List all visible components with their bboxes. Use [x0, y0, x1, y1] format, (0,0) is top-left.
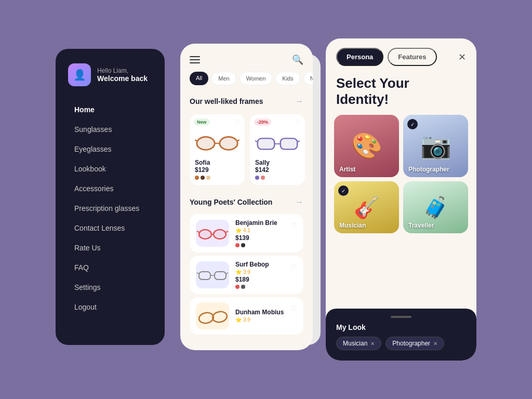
identity-card-traveller[interactable]: 🧳 Traveller	[403, 181, 468, 233]
collection-dunham-heart[interactable]: ♡	[290, 304, 297, 313]
filter-tab-ne[interactable]: Ne	[303, 72, 313, 85]
collection-surf-img	[196, 261, 229, 288]
nav-item-eyeglasses[interactable]: Eyeglasses	[68, 140, 152, 158]
collection-dunham-rating: ⭐3.9	[235, 317, 284, 323]
filter-tab-women[interactable]: Women	[240, 72, 273, 85]
collection-surf-colors	[235, 285, 284, 289]
identity-grid: 🎨 Artist ✓ 📷 Photographer ✓ 🎸 Musician 🧳…	[326, 115, 476, 233]
identity-musician-label: Musician	[339, 222, 366, 229]
svg-rect-13	[281, 138, 297, 149]
identity-card-photographer[interactable]: ✓ 📷 Photographer	[403, 115, 468, 177]
product-sally-heart[interactable]: ♡	[295, 118, 301, 126]
product-sally-colors	[255, 176, 300, 180]
svg-rect-22	[196, 261, 229, 288]
nav-item-sunglasses[interactable]: Sunglasses	[68, 121, 152, 138]
remove-photographer-tag[interactable]: ✕	[433, 341, 437, 347]
nav-item-home[interactable]: Home	[68, 101, 152, 118]
identity-card-artist[interactable]: 🎨 Artist	[334, 115, 399, 177]
svg-line-3	[195, 140, 197, 141]
collection-surf-heart[interactable]: ♡	[290, 263, 297, 271]
filter-tabs: All Men Women Kids Ne	[180, 72, 313, 92]
product-sofia-heart[interactable]: ♡	[235, 118, 241, 126]
search-icon[interactable]: 🔍	[292, 54, 303, 65]
well-liked-header: Our well-liked frames →	[180, 92, 313, 110]
collection-dunham-name: Dunham Mobius	[235, 309, 284, 316]
collection-benjamin-heart[interactable]: ♡	[290, 221, 297, 230]
product-sofia-colors	[195, 176, 240, 180]
product-sally-name: Sally	[255, 159, 300, 166]
svg-line-4	[237, 140, 240, 141]
my-look-tags: Musician ✕ Photographer ✕	[336, 337, 466, 350]
collection-benjamin-name: Benjamin Brie	[235, 219, 284, 227]
nav-item-rate-us[interactable]: Rate Us	[68, 239, 152, 257]
collection-benjamin-info: Benjamin Brie ⭐4.1 $139	[235, 219, 284, 247]
svg-point-21	[214, 230, 226, 239]
products-row: New ♡ Sofia $129	[180, 110, 313, 189]
identity-title: Select Your Identity!	[326, 73, 476, 115]
nav-list: Home Sunglasses Eyeglasses Lookbook Acce…	[68, 101, 152, 316]
filter-tab-kids[interactable]: Kids	[275, 72, 300, 85]
product-sofia-image	[195, 129, 240, 155]
product-sally-image	[255, 129, 300, 155]
identity-panel: Persona Features ✕ Select Your Identity!…	[326, 38, 476, 361]
my-look-tag-musician[interactable]: Musician ✕	[336, 337, 381, 350]
collection-dunham-img	[196, 302, 229, 329]
identity-artist-label: Artist	[339, 166, 355, 173]
identity-traveller-label: Traveller	[408, 222, 434, 229]
collection-item-surf[interactable]: Surf Bebop ⭐3.9 $189 ♡	[190, 256, 303, 294]
my-look-tag-photographer[interactable]: Photographer ✕	[385, 337, 444, 350]
nav-item-lookbook[interactable]: Lookbook	[68, 160, 152, 178]
nav-item-accessories[interactable]: Accessories	[68, 180, 152, 197]
tab-persona[interactable]: Persona	[336, 48, 383, 66]
collection-header: Young Poets' Collection →	[180, 193, 313, 211]
menu-card: 👤 Hello Liam, Welcome back Home Sunglass…	[56, 49, 165, 345]
filter-tab-men[interactable]: Men	[211, 72, 236, 85]
svg-point-20	[199, 230, 211, 239]
collection-arrow[interactable]: →	[295, 197, 303, 207]
product-sofia-price: $129	[195, 166, 240, 174]
collection-item-dunham[interactable]: Dunham Mobius ⭐3.9 ♡	[190, 297, 303, 335]
collection-benjamin-img	[196, 220, 229, 247]
menu-header: 👤 Hello Liam, Welcome back	[68, 63, 152, 86]
my-look-bar: My Look Musician ✕ Photographer ✕	[326, 309, 476, 361]
collection-surf-name: Surf Bebop	[235, 261, 284, 268]
scroll-bar	[391, 316, 411, 318]
greeting-name: Welcome back	[97, 74, 148, 83]
close-button[interactable]: ✕	[458, 51, 466, 63]
product-sally[interactable]: -20% ♡ Sally $142	[250, 114, 305, 185]
product-header: 🔍	[180, 44, 313, 72]
product-card: 🔍 All Men Women Kids Ne Our well-liked f…	[180, 44, 313, 350]
nav-item-contact-lenses[interactable]: Contact Lenses	[68, 219, 152, 237]
identity-header: Persona Features ✕	[326, 38, 476, 73]
my-look-title: My Look	[336, 323, 466, 331]
nav-item-settings[interactable]: Settings	[68, 278, 152, 296]
tab-features[interactable]: Features	[388, 48, 436, 66]
product-sofia[interactable]: New ♡ Sofia $129	[190, 114, 245, 185]
well-liked-arrow[interactable]: →	[295, 97, 303, 106]
identity-card-musician[interactable]: ✓ 🎸 Musician	[334, 181, 399, 233]
collection-item-benjamin[interactable]: Benjamin Brie ⭐4.1 $139 ♡	[190, 214, 303, 252]
product-sofia-badge: New	[194, 118, 210, 126]
nav-item-prescription[interactable]: Prescription glasses	[68, 200, 152, 217]
svg-point-5	[197, 137, 215, 150]
product-sally-badge: -20%	[254, 118, 271, 126]
svg-rect-12	[258, 138, 274, 149]
hamburger-icon[interactable]	[190, 56, 200, 63]
well-liked-title: Our well-liked frames	[190, 97, 263, 105]
svg-point-6	[220, 137, 237, 150]
product-sally-price: $142	[255, 166, 300, 174]
identity-photographer-label: Photographer	[408, 166, 449, 173]
collection-surf-price: $189	[235, 276, 284, 283]
collection-surf-rating: ⭐3.9	[235, 269, 284, 275]
product-panel: 🔍 All Men Women Kids Ne Our well-liked f…	[180, 44, 315, 355]
collection-surf-info: Surf Bebop ⭐3.9 $189	[235, 261, 284, 289]
avatar: 👤	[68, 63, 91, 86]
filter-tab-all[interactable]: All	[190, 72, 208, 85]
collection-benjamin-price: $139	[235, 234, 284, 242]
collection-title: Young Poets' Collection	[190, 198, 272, 206]
remove-musician-tag[interactable]: ✕	[370, 341, 375, 347]
nav-item-logout[interactable]: Logout	[68, 298, 152, 316]
nav-item-faq[interactable]: FAQ	[68, 259, 152, 276]
collection-benjamin-colors	[235, 243, 284, 247]
collection-benjamin-rating: ⭐4.1	[235, 228, 284, 233]
